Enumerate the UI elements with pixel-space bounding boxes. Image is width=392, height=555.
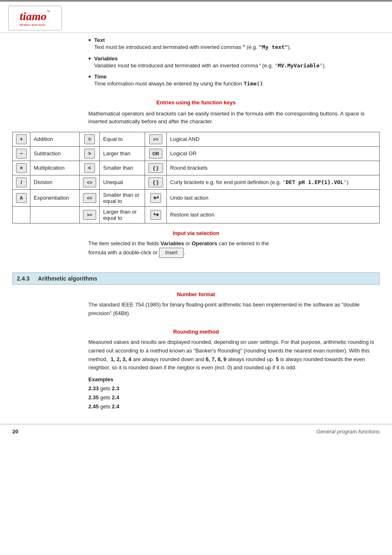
op-cell-division: Division (30, 175, 80, 189)
op-cell-or: Logical OR (167, 146, 380, 161)
round-bracket-button[interactable]: ( ) (148, 163, 163, 173)
op-cell-lte-btn: <= (80, 189, 100, 206)
example-1: 2.33 gets 2.3 (88, 384, 380, 393)
left-spacer-2 (12, 110, 88, 132)
bullet-text-desc: Text must be introduced and terminated w… (94, 43, 291, 51)
text-example: "My text" (259, 44, 288, 50)
table-row: + Addition = Equal to >= Logical AND (13, 132, 380, 146)
op-cell-or-btn: OR (145, 146, 167, 161)
plus-button[interactable]: + (16, 134, 27, 144)
op-cell-redo: Restore last action (167, 206, 380, 223)
multiply-button[interactable]: × (16, 163, 27, 173)
op-cell-minus-btn: − (13, 146, 30, 161)
op-cell-and-btn: >= (145, 132, 167, 146)
input-sel-text1: The item selected in the fields (88, 240, 161, 246)
input-selection-section: The item selected in the fields Variable… (12, 240, 380, 265)
left-spacer-5 (12, 338, 88, 411)
example-1-result: 2.3 (112, 385, 119, 391)
bullet-variables-desc: Variables must be introduced and termina… (94, 62, 326, 70)
section-title: Arithmetic algorithms (38, 275, 97, 282)
table-row: ∧ Exponentiation <= Smaller than or equa… (13, 189, 380, 206)
number-format-content: The standard IEEE 754 (1985) for binary … (88, 301, 380, 322)
number-format-desc: The standard IEEE 754 (1985) for binary … (88, 301, 380, 318)
example-3: 2.45 gets 2.4 (88, 402, 380, 411)
left-spacer-4 (12, 301, 88, 322)
time-function: Time() (244, 81, 263, 87)
lte-button[interactable]: <= (83, 193, 96, 203)
example-2-result: 2.4 (112, 394, 119, 401)
and-button[interactable]: >= (149, 134, 162, 144)
op-cell-smaller: Smaller than (100, 161, 145, 175)
op-cell-subtraction: Subtraction (30, 146, 80, 161)
input-selection-content: The item selected in the fields Variable… (88, 240, 380, 265)
round-down-numbers: 1, 2, 3, 4 (111, 356, 131, 362)
op-cell-equal: Equal to (100, 132, 145, 146)
left-spacer (12, 37, 88, 92)
op-cell-unequal: Unequal (100, 175, 145, 189)
rounding-desc: Measured values and results are displaye… (88, 338, 380, 372)
bullet-dot-1: • (88, 36, 91, 45)
bullet-time-desc: Time information must always be entered … (94, 80, 264, 88)
less-button[interactable]: < (84, 163, 95, 173)
page-footer: 20 General program functions (0, 424, 392, 439)
operator-table: + Addition = Equal to >= Logical AND − (12, 132, 380, 223)
example-3-expr: 2.45 (88, 403, 99, 410)
page-number: 20 (12, 428, 18, 435)
equal-button[interactable]: = (84, 134, 95, 144)
variables-bold: Variables (161, 240, 184, 246)
op-cell-round: Round brackets (167, 161, 380, 175)
bullet-dot-2: • (88, 55, 91, 64)
apostrophe-mark: ' (260, 62, 261, 69)
or-button[interactable]: OR (149, 149, 162, 159)
op-cell-mult-btn: × (13, 161, 30, 175)
exponent-button[interactable]: ∧ (16, 193, 27, 203)
rounding-heading: Rounding method (12, 329, 380, 335)
op-cell-and: Logical AND (167, 132, 380, 146)
op-cell-neq-btn: <> (80, 175, 100, 189)
curly-bracket-button[interactable]: { } (148, 177, 163, 187)
op-cell-empty2 (30, 206, 80, 223)
op-cell-undo: Undo last action (167, 189, 380, 206)
round-up-numbers: 6, 7, 8, 9 (205, 356, 226, 362)
unequal-button[interactable]: <> (83, 177, 96, 187)
bullet-variables: • Variables Variables must be introduced… (88, 55, 380, 70)
example-2-expr: 2.35 (88, 394, 99, 401)
input-selection-heading: Input via selection (12, 230, 380, 236)
op-cell-exp-btn: ∧ (13, 189, 30, 206)
logo-tagline: titration and more (20, 23, 45, 27)
op-cell-div-btn: / (13, 175, 30, 189)
undo-button[interactable]: ↩ (150, 193, 161, 203)
variable-example: 'MV.MyVariable' (274, 62, 323, 69)
number-format-heading: Number format (12, 291, 380, 297)
insert-button[interactable]: Insert (159, 248, 184, 258)
header: tiamo ™ titration and more (0, 2, 392, 33)
bullet-time-title: Time (94, 74, 264, 80)
op-cell-curly: Curly brackets e.g. for end point defini… (167, 175, 380, 189)
rounding-section: Measured values and results are displaye… (12, 338, 380, 411)
bullets-section: • Text Text must be introduced and termi… (12, 37, 380, 92)
operators-bold: Operators (192, 240, 217, 246)
input-selection-desc: The item selected in the fields Variable… (88, 240, 380, 258)
entries-desc: Mathematical operators and brackets can … (88, 110, 380, 126)
bullet-text-content: Text Text must be introduced and termina… (94, 37, 291, 51)
gte-button[interactable]: >= (83, 210, 96, 220)
op-cell-plus-btn: + (13, 132, 30, 146)
minus-button[interactable]: − (16, 149, 27, 159)
input-sel-text5: . (184, 249, 185, 256)
redo-button[interactable]: ↪ (150, 210, 161, 220)
op-cell-eq-btn: = (80, 132, 100, 146)
example-2: 2.35 gets 2.4 (88, 393, 380, 402)
op-cell-curly-btn: { } (145, 175, 167, 189)
logo: tiamo ™ titration and more (8, 6, 62, 30)
bullets-content: • Text Text must be introduced and termi… (88, 37, 380, 92)
logo-text: tiamo (20, 10, 46, 23)
examples-title: Examples (88, 376, 380, 382)
bullet-variables-title: Variables (94, 55, 326, 62)
five-bold: 5 (276, 356, 279, 362)
quote-mark: " (243, 44, 245, 50)
divide-button[interactable]: / (16, 177, 27, 187)
example-1-expr: 2.33 (88, 385, 99, 391)
example-3-result: 2.4 (112, 403, 119, 410)
greater-button[interactable]: > (84, 149, 95, 159)
left-spacer-3 (12, 240, 88, 265)
